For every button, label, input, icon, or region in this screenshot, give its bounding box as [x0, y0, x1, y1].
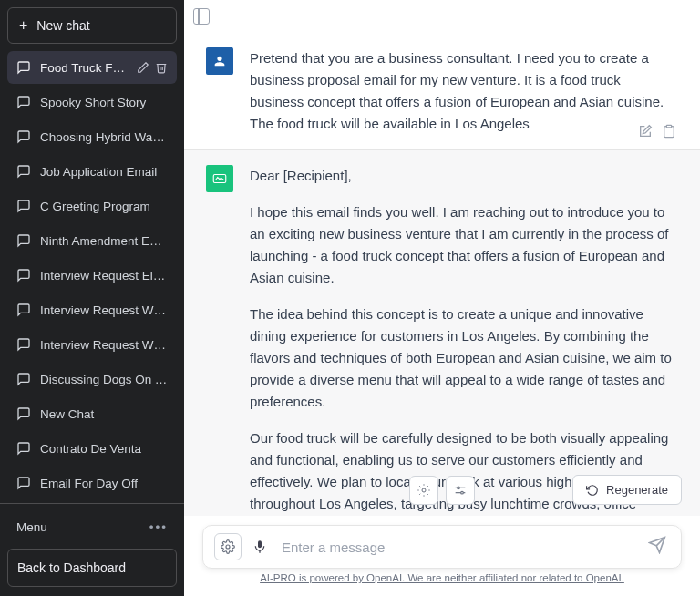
chat-item[interactable]: Interview Request With Mu — [7, 328, 177, 361]
chat-item-label: Food Truck Fusion C — [40, 61, 128, 75]
main-panel: Pretend that you are a business consulta… — [184, 0, 700, 596]
chat-item-label: Email For Day Off — [40, 477, 168, 490]
chat-item-label: Contrato De Venta — [40, 442, 168, 456]
sidebar: + New chat Food Truck Fusion CSpooky Sho… — [0, 0, 184, 596]
chat-item-label: Ninth Amendment Explaine — [40, 234, 168, 248]
delete-chat-icon[interactable] — [155, 61, 168, 74]
chat-item[interactable]: Ninth Amendment Explaine — [7, 224, 177, 257]
menu-button[interactable]: Menu ••• — [7, 511, 177, 543]
svg-point-2 — [422, 488, 426, 492]
chat-item-label: Interview Request With Mu — [40, 303, 168, 317]
input-settings-button[interactable] — [214, 533, 242, 560]
float-controls — [409, 476, 475, 505]
chat-item[interactable]: Email For Day Off — [7, 467, 177, 499]
regenerate-button[interactable]: Regenerate — [572, 475, 682, 505]
assistant-paragraph: Dear [Recipient], — [250, 165, 678, 187]
input-row — [202, 525, 682, 569]
microphone-button[interactable] — [249, 536, 271, 558]
sidebar-toggle-icon[interactable] — [193, 8, 210, 25]
assistant-avatar — [206, 165, 233, 192]
new-chat-label: New chat — [36, 18, 89, 33]
user-message: Pretend that you are a business consulta… — [184, 33, 700, 149]
user-message-content: Pretend that you are a business consulta… — [250, 47, 678, 135]
menu-label: Menu — [16, 520, 47, 534]
chat-item-label: New Chat — [40, 407, 168, 421]
assistant-paragraph: I hope this email finds you well. I am r… — [250, 201, 678, 289]
chat-item-label: Interview Request Elon Mus — [40, 269, 168, 283]
chat-item[interactable]: Discussing Dogs On YouTu — [7, 363, 177, 396]
sidebar-footer: Menu ••• Back to Dashboard — [0, 503, 184, 596]
svg-point-4 — [458, 487, 460, 489]
chat-item-label: Interview Request With Mu — [40, 338, 168, 352]
chat-item[interactable]: Interview Request Elon Mus — [7, 259, 177, 292]
user-message-actions — [638, 124, 678, 140]
assistant-paragraph: The idea behind this concept is to creat… — [250, 303, 678, 413]
messages-container[interactable]: Pretend that you are a business consulta… — [184, 33, 700, 516]
chat-item-label: C Greeting Program — [40, 200, 168, 213]
chat-item-label: Discussing Dogs On YouTu — [40, 373, 168, 386]
send-button[interactable] — [648, 536, 670, 558]
chat-list[interactable]: Food Truck Fusion CSpooky Short StoryCho… — [0, 51, 184, 503]
chat-item-label: Job Application Email — [40, 165, 168, 179]
clipboard-icon[interactable] — [662, 124, 678, 140]
sliders-button[interactable] — [446, 476, 475, 505]
chat-item[interactable]: C Greeting Program — [7, 190, 177, 222]
model-settings-button[interactable] — [409, 476, 438, 505]
chat-item[interactable]: New Chat — [7, 397, 177, 430]
chat-item[interactable]: Food Truck Fusion C — [7, 51, 177, 84]
topbar — [184, 0, 700, 33]
svg-rect-0 — [666, 125, 671, 128]
assistant-message-content: Dear [Recipient],I hope this email finds… — [250, 165, 678, 516]
edit-icon[interactable] — [638, 124, 654, 140]
refresh-icon — [586, 484, 599, 497]
chat-item[interactable]: Choosing Hybrid Washers — [7, 120, 177, 153]
disclaimer-link[interactable]: AI-PRO is powered by OpenAI. We are neit… — [202, 569, 682, 591]
chat-item-label: Choosing Hybrid Washers — [40, 130, 168, 144]
ellipsis-icon: ••• — [149, 520, 168, 534]
plus-icon: + — [19, 17, 27, 34]
chat-item-label: Spooky Short Story — [40, 96, 168, 109]
svg-point-7 — [226, 545, 230, 549]
chat-item[interactable]: Spooky Short Story — [7, 86, 177, 118]
edit-chat-icon[interactable] — [137, 61, 149, 74]
svg-point-6 — [461, 491, 464, 494]
assistant-message: Dear [Recipient],I hope this email finds… — [184, 149, 700, 516]
back-to-dashboard-button[interactable]: Back to Dashboard — [7, 549, 177, 587]
chat-item[interactable]: Job Application Email — [7, 155, 177, 188]
user-avatar — [206, 47, 233, 75]
chat-item[interactable]: Contrato De Venta — [7, 432, 177, 465]
input-area: AI-PRO is powered by OpenAI. We are neit… — [184, 516, 700, 596]
message-input[interactable] — [278, 534, 641, 560]
chat-item[interactable]: Interview Request With Mu — [7, 293, 177, 326]
new-chat-button[interactable]: + New chat — [7, 7, 177, 44]
